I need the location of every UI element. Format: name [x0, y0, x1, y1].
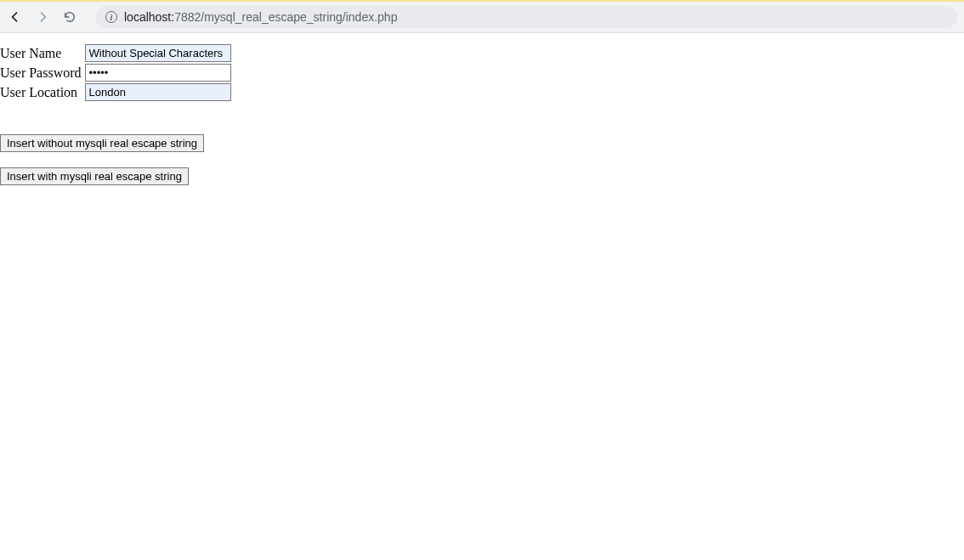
page-content: User Name User Password User Location In… — [0, 33, 964, 185]
back-icon[interactable] — [7, 8, 24, 25]
reload-icon[interactable] — [61, 8, 78, 25]
form-row-password: User Password — [0, 63, 233, 82]
username-input[interactable] — [85, 44, 231, 62]
password-input[interactable] — [85, 64, 231, 82]
form-row-username: User Name — [0, 43, 233, 63]
label-password: User Password — [0, 63, 83, 82]
label-username: User Name — [0, 43, 83, 63]
location-input[interactable] — [85, 83, 231, 101]
label-location: User Location — [0, 82, 83, 102]
insert-with-button[interactable]: Insert with mysqli real escape string — [0, 167, 189, 185]
url-text: localhost:7882/mysql_real_escape_string/… — [124, 10, 397, 24]
button-row-1: Insert without mysqli real escape string — [0, 134, 964, 152]
forward-icon[interactable] — [34, 8, 51, 25]
button-row-2: Insert with mysqli real escape string — [0, 167, 964, 185]
info-icon[interactable]: i — [105, 11, 117, 23]
browser-toolbar: i localhost:7882/mysql_real_escape_strin… — [0, 0, 964, 33]
insert-without-button[interactable]: Insert without mysqli real escape string — [0, 134, 204, 152]
address-bar[interactable]: i localhost:7882/mysql_real_escape_strin… — [95, 6, 957, 28]
form-table: User Name User Password User Location — [0, 43, 233, 102]
form-row-location: User Location — [0, 82, 233, 102]
